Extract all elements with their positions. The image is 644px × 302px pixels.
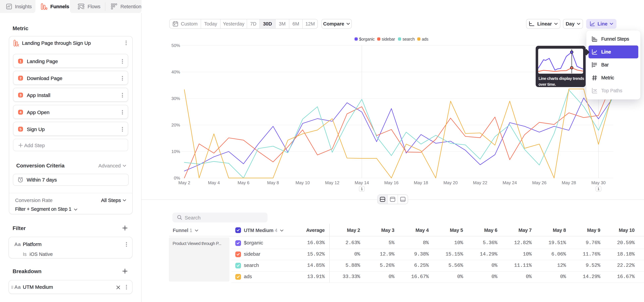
svg-text:10%: 10% [172,149,180,154]
svg-text:May 28: May 28 [562,180,576,185]
svg-text:May 18: May 18 [414,180,428,185]
svg-text:May 26: May 26 [532,180,546,185]
svg-text:May 22: May 22 [473,180,487,185]
svg-text:40%: 40% [172,70,180,74]
svg-text:May 14: May 14 [355,180,369,185]
svg-text:May 2: May 2 [178,180,190,185]
svg-text:May 20: May 20 [444,180,458,185]
svg-text:May 30: May 30 [591,180,606,185]
svg-text:30%: 30% [172,96,180,101]
svg-text:May 10: May 10 [296,180,310,185]
svg-text:1: 1 [598,187,600,191]
svg-text:May 12: May 12 [325,180,339,185]
svg-text:May 6: May 6 [238,180,250,185]
svg-text:May 4: May 4 [208,180,220,185]
svg-text:May 24: May 24 [502,180,517,185]
svg-text:20%: 20% [172,122,180,128]
svg-text:May 8: May 8 [267,180,279,185]
svg-text:May 16: May 16 [384,180,398,185]
svg-text:50%: 50% [172,43,180,48]
svg-text:0%: 0% [174,176,180,180]
svg-text:1: 1 [361,187,363,191]
